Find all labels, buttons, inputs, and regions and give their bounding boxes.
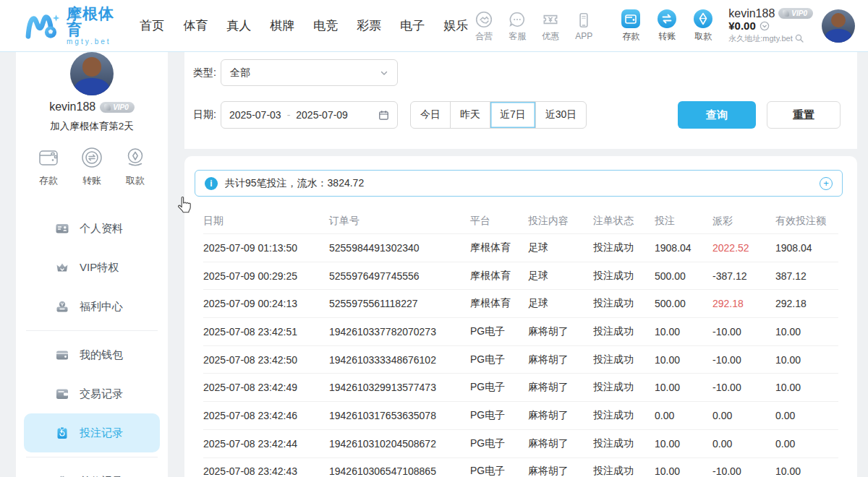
- expand-summary-icon[interactable]: +: [820, 177, 833, 190]
- table-row: 2025-07-08 23:42:51 1942610337782070273 …: [203, 318, 838, 346]
- cell-platform: 摩根体育: [470, 297, 528, 310]
- range-yesterday-button[interactable]: 昨天: [450, 102, 490, 128]
- range-last30days-button[interactable]: 近30日: [535, 102, 587, 128]
- sidebar-item-transactions[interactable]: 交易记录: [16, 374, 168, 413]
- nav-item-live[interactable]: 真人: [226, 17, 251, 34]
- sidebar-deposit-button[interactable]: 存款: [35, 145, 61, 187]
- gift-icon: [55, 474, 69, 477]
- app-label: APP: [575, 31, 592, 41]
- joined-days-text: 加入摩根体育第2天: [16, 120, 168, 133]
- nav-item-sports[interactable]: 体育: [183, 17, 208, 34]
- cell-valid: 0.00: [775, 410, 838, 421]
- nav-item-home[interactable]: 首页: [140, 17, 164, 34]
- nav-item-cards[interactable]: 棋牌: [270, 17, 294, 34]
- header-deposit-button[interactable]: 存款: [613, 9, 649, 43]
- promo-link[interactable]: 优惠: [535, 9, 566, 43]
- cell-bet: 500.00: [655, 270, 712, 282]
- cell-bet: 10.00: [655, 465, 712, 477]
- support-link[interactable]: 客服: [501, 9, 533, 43]
- table-row: 2025-07-08 23:42:50 1942610333348676102 …: [203, 346, 838, 374]
- table-row: 2025-07-09 01:13:50 5255984491302340 摩根体…: [203, 234, 838, 262]
- sidebar-item-bet-records[interactable]: 投注记录: [24, 413, 160, 452]
- sidebar-item-vip[interactable]: VIP特权: [16, 248, 168, 287]
- sidebar: kevin188 VIP0 加入摩根体育第2天 存款: [16, 52, 168, 477]
- search-button[interactable]: 查询: [678, 101, 756, 129]
- header-withdraw-button[interactable]: 取款: [685, 9, 721, 43]
- summary-text: 共计95笔投注，流水：3824.72: [225, 177, 364, 190]
- cell-payout: -10.00: [712, 326, 775, 338]
- username[interactable]: kevin188: [728, 8, 775, 20]
- sidebar-transfer-label: 转账: [82, 174, 101, 187]
- support-label: 客服: [509, 30, 526, 43]
- search-icon[interactable]: [795, 34, 804, 43]
- cell-bet: 1908.04: [655, 242, 712, 254]
- cell-status: 投注成功: [593, 270, 655, 283]
- cell-content: 足球: [528, 270, 593, 283]
- cell-payout: 292.18: [712, 298, 775, 309]
- cell-platform: PG电子: [470, 465, 528, 477]
- sidebar-item-wallet[interactable]: 我的钱包: [16, 335, 168, 374]
- chevron-down-icon: [380, 69, 388, 77]
- cell-status: 投注成功: [593, 409, 655, 422]
- user-avatar[interactable]: [822, 9, 855, 43]
- sidebar-transfer-button[interactable]: 转账: [79, 145, 105, 187]
- header-right: 合营 客服: [468, 8, 855, 44]
- calendar-icon: [378, 110, 389, 121]
- type-select[interactable]: 全部: [221, 59, 398, 86]
- sidebar-item-welfare[interactable]: 福利中心: [16, 287, 168, 326]
- table-header-row: 日期 订单号 平台 投注内容 注单状态 投注 派彩 有效投注额: [203, 208, 838, 234]
- menu-label-bet-records: 投注记录: [80, 426, 123, 440]
- nav-item-slots[interactable]: 电子: [400, 17, 425, 34]
- table-row: 2025-07-08 23:42:44 1942610310204508672 …: [203, 430, 838, 458]
- app-link[interactable]: APP: [568, 10, 600, 41]
- cell-platform: PG电子: [470, 409, 528, 422]
- cell-payout: -387.12: [712, 270, 775, 282]
- transaction-record-icon: [55, 387, 69, 401]
- date-range-input[interactable]: 2025-07-03 - 2025-07-09: [221, 101, 398, 129]
- reset-button[interactable]: 重置: [767, 101, 841, 129]
- nav-item-esports[interactable]: 电竞: [313, 17, 338, 34]
- cell-date: 2025-07-08 23:42:49: [203, 382, 329, 393]
- menu-label-welfare: 福利中心: [80, 300, 123, 314]
- cell-content: 麻将胡了: [528, 409, 593, 422]
- cell-bet: 10.00: [655, 354, 712, 366]
- sidebar-item-profile[interactable]: 个人资料: [16, 209, 168, 248]
- sidebar-withdraw-button[interactable]: 取款: [122, 145, 148, 187]
- type-filter-label: 类型:: [193, 66, 216, 80]
- phone-icon: [574, 10, 593, 30]
- id-card-icon: [55, 221, 69, 236]
- sidebar-avatar[interactable]: [70, 52, 114, 95]
- balance-amount: ¥0.00: [728, 20, 756, 32]
- handshake-icon: [475, 9, 493, 30]
- header-content: 投注内容: [528, 215, 593, 228]
- coin-box-icon: [55, 299, 69, 314]
- header-transfer-button[interactable]: 转账: [649, 9, 685, 43]
- deposit-icon: [620, 9, 642, 29]
- date-separator: -: [287, 109, 291, 121]
- refresh-balance-icon[interactable]: [760, 21, 770, 31]
- range-last7days-button[interactable]: 近7日: [490, 102, 535, 128]
- cell-order: 1942610329913577473: [329, 382, 470, 393]
- menu-label-vip: VIP特权: [80, 261, 119, 275]
- menu-divider: [26, 457, 158, 457]
- type-select-value: 全部: [230, 66, 250, 80]
- cell-order: 5255975561118227: [329, 298, 470, 309]
- nav-item-entertainment[interactable]: 娱乐: [443, 17, 468, 34]
- sidebar-item-prize-records[interactable]: 兑奖记录: [16, 462, 168, 477]
- bet-record-icon: [55, 426, 69, 440]
- wallet-solid-icon: [55, 348, 69, 362]
- partner-link[interactable]: 合营: [468, 9, 500, 43]
- cell-date: 2025-07-09 01:13:50: [203, 242, 329, 254]
- nav-item-lottery[interactable]: 彩票: [357, 17, 381, 34]
- brand-logo[interactable]: 摩根体育 mgty.bet: [25, 6, 116, 46]
- logo-text: 摩根体育 mgty.bet: [67, 6, 116, 46]
- cell-valid: 10.00: [775, 382, 838, 393]
- table-row: 2025-07-08 23:42:43 1942610306547108865 …: [203, 458, 838, 477]
- cell-valid: 0.00: [775, 438, 838, 450]
- cell-bet: 500.00: [655, 298, 712, 309]
- table-row: 2025-07-09 00:29:25 5255976497745556 摩根体…: [203, 262, 838, 291]
- promo-label: 优惠: [542, 30, 559, 43]
- cell-bet: 10.00: [655, 438, 712, 450]
- range-today-button[interactable]: 今日: [411, 102, 450, 128]
- cell-content: 足球: [528, 241, 593, 254]
